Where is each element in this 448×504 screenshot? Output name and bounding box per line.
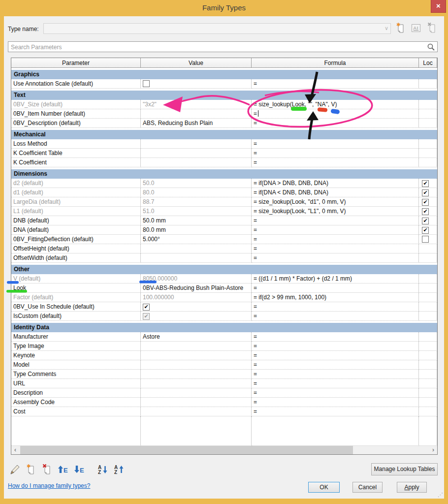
formula-cell[interactable]: = <box>252 312 419 321</box>
help-link[interactable]: How do I manage family types? <box>8 482 90 489</box>
formula-cell[interactable]: = <box>252 360 419 370</box>
formula-cell[interactable]: = if(DNA < DNB, DNB, DNA) <box>252 188 419 197</box>
table-row[interactable]: d1 (default)80.0= if(DNA < DNB, DNB, DNA… <box>11 188 437 197</box>
table-row[interactable]: 0BV_Item Number (default)= <box>11 109 437 119</box>
ok-button[interactable]: OK <box>308 482 340 493</box>
value-cell[interactable]: 5.000° <box>141 235 252 244</box>
value-cell[interactable]: "3x2" <box>141 100 252 109</box>
value-cell[interactable] <box>141 79 252 89</box>
new-parameter-button[interactable] <box>25 463 36 476</box>
table-row[interactable]: DNA (default)80.0 mm=✔ <box>11 225 437 235</box>
formula-cell[interactable]: = size_lookup(Look, "", "NA", V) <box>252 100 419 109</box>
lock-cell[interactable] <box>419 312 437 321</box>
formula-cell[interactable]: = <box>252 158 419 167</box>
value-cell[interactable] <box>141 342 252 351</box>
lock-cell[interactable] <box>419 370 437 379</box>
delete-parameter-button[interactable] <box>41 463 52 476</box>
value-cell[interactable] <box>141 379 252 388</box>
value-cell[interactable] <box>141 244 252 253</box>
value-cell[interactable]: 0BV-ABS-Reducing Bush Plain-Astore <box>141 284 252 293</box>
table-row[interactable]: 0BV_Description (default)ABS, Reducing B… <box>11 119 437 128</box>
header-parameter[interactable]: Parameter <box>11 58 141 68</box>
value-cell[interactable]: 88.7 <box>141 197 252 207</box>
lock-cell[interactable] <box>419 100 437 109</box>
formula-cell[interactable]: = <box>252 407 419 416</box>
formula-cell[interactable]: = <box>252 332 419 342</box>
lock-cell[interactable] <box>419 139 437 149</box>
apply-button[interactable]: Apply <box>397 482 427 493</box>
type-name-dropdown[interactable]: ∨ <box>43 23 391 34</box>
table-row[interactable]: L1 (default)51.0= size_lookup(Look, "L1"… <box>11 207 437 216</box>
lock-cell[interactable] <box>419 253 437 263</box>
lock-cell[interactable] <box>419 149 437 158</box>
formula-cell[interactable]: = <box>252 351 419 360</box>
lock-cell[interactable] <box>419 388 437 398</box>
formula-cell[interactable]: = <box>252 284 419 293</box>
formula-cell[interactable]: = if(d2 > 99 mm, 1000, 100) <box>252 293 419 302</box>
lock-cell[interactable]: ✔ <box>419 197 437 207</box>
scrollbar-thumb[interactable] <box>20 446 353 454</box>
formula-cell[interactable]: = <box>252 253 419 263</box>
header-value[interactable]: Value <box>141 58 252 68</box>
value-checkbox[interactable]: ✔ <box>143 304 150 311</box>
search-icon[interactable] <box>427 43 435 53</box>
value-cell[interactable]: 51.0 <box>141 207 252 216</box>
lock-checkbox[interactable]: ✔ <box>422 208 429 215</box>
table-row[interactable]: URL= <box>11 379 437 388</box>
formula-cell[interactable]: = <box>252 225 419 235</box>
lock-cell[interactable] <box>419 244 437 253</box>
value-cell[interactable] <box>141 360 252 370</box>
table-row[interactable]: V (default)8050.000000= ((d1 / 1 mm) * F… <box>11 274 437 284</box>
value-cell[interactable]: 50.0 <box>141 179 252 188</box>
value-cell[interactable]: 100.000000 <box>141 293 252 302</box>
lock-cell[interactable] <box>419 284 437 293</box>
table-row[interactable]: ManufacturerAstore= <box>11 332 437 342</box>
table-row[interactable]: 0BV_Use In Schedule (default)✔= <box>11 302 437 312</box>
table-row[interactable]: LargeDia (default)88.7= size_lookup(Look… <box>11 197 437 207</box>
lock-checkbox[interactable]: ✔ <box>422 199 429 206</box>
formula-cell[interactable]: = <box>252 235 419 244</box>
close-button[interactable]: × <box>431 0 446 13</box>
table-row[interactable]: Type Comments= <box>11 370 437 379</box>
formula-cell[interactable]: = <box>252 109 419 119</box>
lock-checkbox[interactable]: ✔ <box>422 227 429 234</box>
cancel-button[interactable]: Cancel <box>352 482 383 493</box>
value-cell[interactable] <box>141 149 252 158</box>
move-parameter-up-button[interactable]: E <box>58 463 68 476</box>
lock-cell[interactable] <box>419 379 437 388</box>
value-cell[interactable] <box>141 253 252 263</box>
value-cell[interactable]: 8050.000000 <box>141 274 252 284</box>
new-type-button[interactable] <box>394 22 406 34</box>
value-cell[interactable] <box>141 351 252 360</box>
lock-checkbox[interactable]: ✔ <box>422 180 429 187</box>
table-row[interactable]: Description= <box>11 388 437 398</box>
lock-cell[interactable] <box>419 332 437 342</box>
edit-parameter-button[interactable] <box>9 463 20 476</box>
lock-cell[interactable]: ✔ <box>419 216 437 225</box>
table-row[interactable]: DNB (default)50.0 mm=✔ <box>11 216 437 225</box>
formula-cell[interactable]: = <box>252 119 419 128</box>
lock-cell[interactable] <box>419 360 437 370</box>
lock-cell[interactable]: ✔ <box>419 188 437 197</box>
formula-cell[interactable]: = <box>252 302 419 312</box>
formula-cell[interactable]: = size_lookup(Look, "L1", 0 mm, V) <box>252 207 419 216</box>
value-cell[interactable] <box>141 139 252 149</box>
formula-cell[interactable]: = <box>252 244 419 253</box>
lock-cell[interactable] <box>419 351 437 360</box>
formula-cell[interactable]: = <box>252 139 419 149</box>
table-row[interactable]: OffsetWidth (default)= <box>11 253 437 263</box>
table-row[interactable]: Assembly Code= <box>11 398 437 407</box>
lock-cell[interactable] <box>419 342 437 351</box>
table-row[interactable]: Cost= <box>11 407 437 416</box>
value-cell[interactable] <box>141 109 252 119</box>
lock-cell[interactable] <box>419 293 437 302</box>
value-cell[interactable]: Astore <box>141 332 252 342</box>
value-cell[interactable]: ABS, Reducing Bush Plain <box>141 119 252 128</box>
value-cell[interactable]: 80.0 mm <box>141 225 252 235</box>
scroll-left-arrow[interactable]: ‹ <box>11 446 19 454</box>
lock-cell[interactable] <box>419 407 437 416</box>
rename-type-button[interactable]: AI <box>410 22 422 34</box>
value-checkbox[interactable] <box>143 80 150 87</box>
formula-cell[interactable]: = if(DNA > DNB, DNB, DNA) <box>252 179 419 188</box>
lock-cell[interactable] <box>419 235 437 244</box>
